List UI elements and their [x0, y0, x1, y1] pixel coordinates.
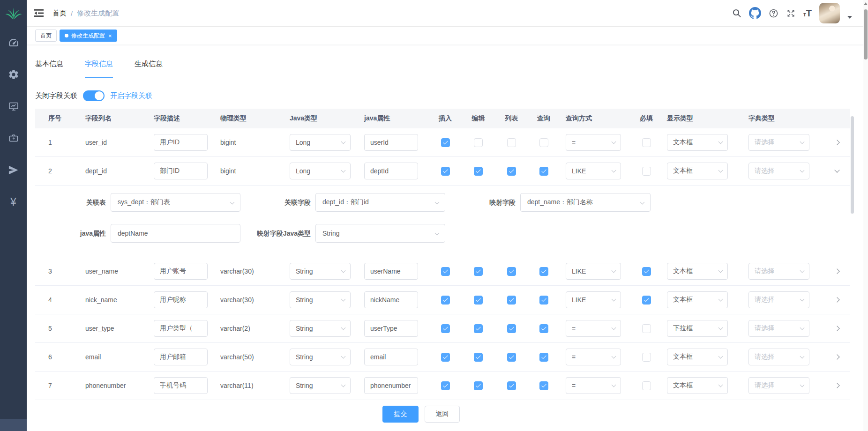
query-checkbox[interactable]: [539, 324, 548, 333]
edit-checkbox[interactable]: [474, 167, 483, 176]
list-checkbox[interactable]: [507, 381, 516, 390]
edit-checkbox[interactable]: [474, 267, 483, 276]
collapse-row-icon[interactable]: [834, 167, 839, 172]
tab-field-info[interactable]: 字段信息: [85, 59, 113, 78]
insert-checkbox[interactable]: [441, 267, 450, 276]
search-icon[interactable]: [732, 8, 741, 18]
sidebar-item-system[interactable]: [8, 69, 19, 80]
list-checkbox[interactable]: [507, 353, 516, 362]
display-type-select[interactable]: 文本框: [667, 263, 728, 280]
dict-type-select[interactable]: 请选择: [748, 320, 809, 337]
column-description-input[interactable]: [154, 320, 208, 337]
dict-type-select[interactable]: 请选择: [748, 377, 809, 394]
column-description-input[interactable]: [154, 134, 208, 151]
column-description-input[interactable]: [154, 377, 208, 394]
sidebar-item-monitor[interactable]: [8, 101, 19, 112]
required-checkbox[interactable]: [642, 381, 651, 390]
query-checkbox[interactable]: [539, 138, 548, 147]
expand-row-icon[interactable]: [834, 354, 839, 359]
sidebar-item-pay[interactable]: ¥: [10, 196, 16, 208]
dict-type-select[interactable]: 请选择: [748, 163, 809, 179]
avatar[interactable]: [819, 3, 840, 23]
list-checkbox[interactable]: [507, 167, 516, 176]
sidebar-item-tool[interactable]: [8, 133, 19, 144]
list-checkbox[interactable]: [507, 324, 516, 333]
display-type-select[interactable]: 下拉框: [667, 320, 728, 337]
insert-checkbox[interactable]: [441, 167, 450, 176]
insert-checkbox[interactable]: [441, 324, 450, 333]
query-checkbox[interactable]: [539, 296, 548, 305]
java-field-input[interactable]: [364, 349, 418, 365]
java-type-select[interactable]: Long: [290, 134, 351, 151]
insert-checkbox[interactable]: [441, 296, 450, 305]
sidebar-fold-icon[interactable]: [34, 8, 44, 18]
column-description-input[interactable]: [154, 291, 208, 308]
display-type-select[interactable]: 文本框: [667, 377, 728, 394]
font-size-icon[interactable]: тT: [803, 8, 812, 19]
sidebar-item-dashboard[interactable]: [8, 37, 19, 48]
field-association-switch[interactable]: [83, 90, 105, 101]
required-checkbox[interactable]: [642, 138, 651, 147]
query-checkbox[interactable]: [539, 381, 548, 390]
query-type-select[interactable]: =: [566, 320, 621, 337]
required-checkbox[interactable]: [642, 167, 651, 176]
edit-checkbox[interactable]: [474, 296, 483, 305]
sidebar-item-guide[interactable]: [8, 164, 19, 176]
insert-checkbox[interactable]: [441, 138, 450, 147]
github-icon[interactable]: [749, 7, 761, 19]
java-type-select[interactable]: String: [290, 377, 351, 394]
dict-type-select[interactable]: 请选择: [748, 291, 809, 308]
submit-button[interactable]: 提交: [382, 406, 419, 423]
column-description-input[interactable]: [154, 263, 208, 280]
java-field-input[interactable]: [364, 163, 418, 179]
java-type-select[interactable]: Long: [290, 163, 351, 179]
insert-checkbox[interactable]: [441, 353, 450, 362]
java-field-input[interactable]: [364, 263, 418, 280]
fullscreen-icon[interactable]: [786, 8, 796, 18]
java-field-input[interactable]: [364, 134, 418, 151]
java-type-select[interactable]: String: [290, 263, 351, 280]
edit-checkbox[interactable]: [474, 381, 483, 390]
scrollbar-up-arrow-icon[interactable]: [864, 2, 868, 5]
expand-row-icon[interactable]: [834, 140, 839, 145]
display-type-select[interactable]: 文本框: [667, 349, 728, 365]
java-field-input[interactable]: [364, 291, 418, 308]
required-checkbox[interactable]: [642, 296, 651, 305]
page-scrollbar[interactable]: [863, 0, 868, 431]
query-checkbox[interactable]: [539, 267, 548, 276]
edit-checkbox[interactable]: [474, 324, 483, 333]
java-type-select[interactable]: String: [290, 291, 351, 308]
required-checkbox[interactable]: [642, 267, 651, 276]
dict-type-select[interactable]: 请选择: [748, 263, 809, 280]
expand-row-icon[interactable]: [834, 297, 839, 302]
tag-close-icon[interactable]: ×: [108, 32, 112, 39]
map-java-type-select[interactable]: String: [315, 224, 445, 243]
back-button[interactable]: 返回: [425, 406, 460, 423]
map-field-select[interactable]: dept_name：部门名称: [520, 193, 651, 212]
query-type-select[interactable]: =: [566, 134, 621, 151]
page-scrollbar-thumb[interactable]: [864, 9, 868, 59]
tag-gen-config[interactable]: 修改生成配置 ×: [60, 30, 117, 42]
display-type-select[interactable]: 文本框: [667, 134, 728, 151]
expand-row-icon[interactable]: [834, 383, 839, 388]
required-checkbox[interactable]: [642, 324, 651, 333]
query-type-select[interactable]: LIKE: [566, 263, 621, 280]
query-type-select[interactable]: =: [566, 377, 621, 394]
query-type-select[interactable]: LIKE: [566, 291, 621, 308]
dict-type-select[interactable]: 请选择: [748, 134, 809, 151]
edit-checkbox[interactable]: [474, 138, 483, 147]
list-checkbox[interactable]: [507, 138, 516, 147]
help-icon[interactable]: [769, 8, 778, 18]
tab-basic-info[interactable]: 基本信息: [35, 59, 63, 78]
plant-logo-icon[interactable]: [4, 3, 23, 22]
table-scrollbar-thumb[interactable]: [851, 116, 854, 214]
query-type-select[interactable]: LIKE: [566, 163, 621, 179]
dict-type-select[interactable]: 请选择: [748, 349, 809, 365]
required-checkbox[interactable]: [642, 353, 651, 362]
expand-row-icon[interactable]: [834, 326, 839, 331]
query-checkbox[interactable]: [539, 167, 548, 176]
display-type-select[interactable]: 文本框: [667, 163, 728, 179]
java-field-input[interactable]: [364, 377, 418, 394]
display-type-select[interactable]: 文本框: [667, 291, 728, 308]
query-type-select[interactable]: =: [566, 349, 621, 365]
